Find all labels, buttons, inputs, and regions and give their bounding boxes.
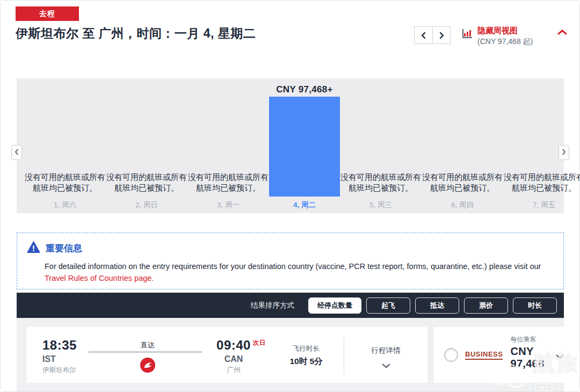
flight-search-page: 去程 伊斯坦布尔 至 广州，时间：一月 4, 星期二 隐藏周视图 (CNY 97…	[0, 0, 580, 392]
sort-button-departure[interactable]: 起飞	[366, 297, 410, 314]
chart-day-column-2[interactable]: 没有可用的航班或所有航班均已被预订。 2, 周日	[106, 78, 187, 213]
weekview-toggle-label: 隐藏周视图	[477, 26, 533, 36]
chevron-right-icon	[562, 149, 566, 157]
no-flights-message: 没有可用的航班或所有航班均已被预订。	[24, 172, 106, 193]
no-flights-message: 没有可用的航班或所有航班均已被预订。	[503, 172, 580, 193]
sort-button-price[interactable]: 票价	[464, 297, 508, 314]
chart-day-column-6[interactable]: 没有可用的航班或所有航班均已被预订。 6, 周四	[422, 78, 503, 213]
next-date-button[interactable]	[432, 26, 451, 44]
sort-label: 结果排序方式	[251, 301, 294, 310]
chart-day-column-5[interactable]: 没有可用的航班或所有航班均已被预订。 5, 周三	[340, 78, 422, 213]
fare-radio-button[interactable]	[444, 348, 458, 362]
notice-body-text: For detailed information on the entry re…	[45, 262, 541, 271]
sort-button-stops[interactable]: 经停点数量	[308, 297, 361, 314]
itinerary-details-toggle[interactable]: 行程详情	[344, 327, 427, 383]
day-label-7: 7, 周五	[533, 200, 555, 209]
sort-bar: 结果排序方式 经停点数量 起飞 抵达 票价 时长	[17, 293, 564, 318]
duration-block: 飞行时长 10时 5分	[269, 327, 344, 383]
duration-value: 10时 5分	[269, 356, 344, 367]
sort-button-arrival[interactable]: 抵达	[415, 297, 459, 314]
chart-day-column-1[interactable]: 没有可用的航班或所有航班均已被预订。 1, 周六	[24, 78, 106, 213]
per-passenger-label: 每位乘客	[510, 335, 564, 344]
no-flights-message: 没有可用的航班或所有航班均已被预订。	[422, 172, 503, 193]
date-nav	[414, 26, 451, 44]
price-dropdown[interactable]: 每位乘客 CNY 97,468	[510, 335, 564, 370]
week-next-button[interactable]	[559, 145, 569, 160]
day-label-1: 1, 周六	[54, 200, 76, 209]
day-label-4: 4, 周二	[293, 200, 316, 209]
fare-card-business: BUSINESS 每位乘客 CNY 97,468	[434, 327, 564, 383]
departure-time: 18:35	[42, 338, 96, 353]
route-block: 直达	[96, 327, 199, 383]
chevron-left-icon	[15, 149, 19, 157]
chevron-down-icon	[344, 361, 427, 371]
details-label: 行程详情	[344, 346, 427, 355]
day-label-2: 2, 周日	[135, 200, 158, 209]
no-flights-message: 没有可用的航班或所有航班均已被预订。	[106, 172, 187, 193]
arrival-city: 广州	[199, 366, 269, 375]
duration-title: 飞行时长	[269, 344, 344, 353]
results-section: 18:35 IST 伊斯坦布尔 直达 09:40 次日 CAN 广州	[17, 318, 564, 392]
next-day-badge: 次日	[253, 339, 265, 347]
prev-date-button[interactable]	[414, 26, 432, 44]
cabin-class-label[interactable]: BUSINESS	[465, 350, 503, 360]
arrival-airport-code: CAN	[199, 354, 269, 364]
chevron-right-icon	[439, 32, 445, 39]
weekview-price-from: (CNY 97,468 起)	[477, 37, 533, 47]
week-fare-chart: 没有可用的航班或所有航班均已被预订。 1, 周六 没有可用的航班或所有航班均已被…	[17, 78, 564, 213]
airline-logo-icon	[140, 357, 156, 375]
chart-day-column-3[interactable]: 没有可用的航班或所有航班均已被预订。 3, 周一	[187, 78, 269, 213]
route-line	[89, 352, 202, 352]
day-label-5: 5, 周三	[369, 200, 392, 209]
fare-price: CNY 97,468	[510, 345, 552, 370]
stops-label: 直达	[96, 340, 199, 350]
warning-icon	[27, 241, 40, 256]
weekview-toggle[interactable]: 隐藏周视图 (CNY 97,468 起)	[461, 26, 567, 47]
tab-outbound[interactable]: 去程	[16, 6, 79, 21]
important-info-box: 重要信息 For detailed information on the ent…	[17, 233, 564, 289]
chevron-down-icon	[556, 352, 564, 361]
chevron-up-icon[interactable]	[557, 28, 567, 38]
departure-city: 伊斯坦布尔	[42, 366, 96, 375]
week-prev-button[interactable]	[11, 145, 22, 160]
notice-title: 重要信息	[46, 242, 82, 255]
arrival-block: 09:40 次日 CAN 广州	[199, 327, 269, 383]
day-label-6: 6, 周四	[451, 200, 474, 209]
no-flights-message: 没有可用的航班或所有航班均已被预订。	[340, 172, 422, 193]
travel-rules-link[interactable]: Travel Rules of Countries page.	[45, 274, 154, 282]
fare-bar-label: CNY 97,468+	[276, 84, 333, 95]
day-label-3: 3, 周一	[217, 200, 240, 209]
sort-button-duration[interactable]: 时长	[513, 297, 557, 314]
fare-bar[interactable]	[269, 97, 340, 197]
tab-outbound-label: 去程	[39, 9, 55, 19]
chart-day-column-4-selected[interactable]: CNY 97,468+ 4, 周二	[269, 78, 340, 213]
chevron-left-icon	[421, 32, 426, 39]
departure-block: 18:35 IST 伊斯坦布尔	[26, 327, 96, 383]
no-flights-message: 没有可用的航班或所有航班均已被预订。	[187, 172, 269, 193]
bar-chart-icon	[461, 27, 473, 41]
departure-airport-code: IST	[42, 354, 96, 364]
page-title: 伊斯坦布尔 至 广州，时间：一月 4, 星期二	[16, 25, 256, 42]
flight-result-row: 18:35 IST 伊斯坦布尔 直达 09:40 次日 CAN 广州	[26, 327, 427, 383]
